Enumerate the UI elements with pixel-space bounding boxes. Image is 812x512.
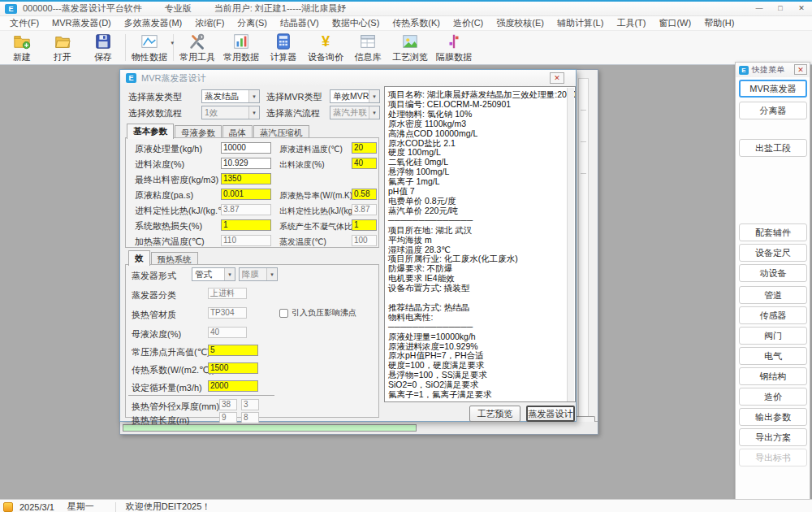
quick-menu-button-MVR蒸发器[interactable]: MVR蒸发器 [739, 80, 807, 98]
menu-item-帮助(H)[interactable]: 帮助(H) [698, 17, 741, 29]
calculator-icon [274, 33, 292, 50]
menu-item-文件(F)[interactable]: 文件(F) [3, 17, 45, 29]
param-field[interactable]: 1 [221, 219, 271, 231]
mother-liquor-conc-field[interactable]: 40 [208, 327, 247, 338]
param-field[interactable]: 1 [352, 219, 377, 231]
selector-combo-选择蒸发类型[interactable]: 蒸发结晶▾ [201, 89, 260, 103]
param-label: 进料浓度(%) [135, 158, 184, 171]
toolbar-button-常用工具[interactable]: 常用工具 [175, 31, 219, 64]
toolbar-button-label: 物性数据 [132, 51, 167, 63]
close-button[interactable]: ✕ [791, 2, 812, 15]
quick-menu-button-钢结构[interactable]: 钢结构 [739, 367, 807, 385]
toolbar-button-新建[interactable]: 新建 [2, 31, 42, 64]
menu-item-工具(T)[interactable]: 工具(T) [610, 17, 652, 29]
toolbar-button-label: 工艺浏览 [392, 51, 428, 63]
selector-combo-选择蒸汽流程[interactable]: 蒸汽并联▾ [330, 106, 380, 119]
param-field[interactable]: 3.87 [352, 204, 377, 215]
combo-value: 蒸发结晶 [205, 91, 248, 102]
dialog-title-bar: E MVR蒸发器设计 [120, 70, 576, 86]
chevron-down-icon: ▾ [369, 90, 379, 102]
process-preview-button[interactable]: 工艺预览 [469, 406, 520, 422]
quick-menu-button-传感器[interactable]: 传感器 [739, 306, 807, 324]
circulation-volume-label: 设定循环量(m3/h) [132, 382, 202, 394]
evaporator-design-button[interactable]: 蒸发器设计 [526, 406, 575, 422]
menu-item-浓缩(F)[interactable]: 浓缩(F) [188, 17, 231, 29]
toolbar-button-隔膜数据[interactable]: 隔膜数据 [432, 31, 476, 64]
quick-menu-title: 快捷菜单 [752, 64, 784, 76]
toolbar-button-物性数据[interactable]: ▾物性数据 [127, 31, 171, 64]
boiling-point-rise-field[interactable]: 5 [208, 345, 258, 356]
window-controls: — □ ✕ [749, 2, 812, 15]
param-field[interactable]: 10000 [221, 142, 271, 154]
evaporator-class-label: 蒸发器分类 [132, 289, 176, 302]
dropdown-caret-icon[interactable]: ▾ [171, 40, 174, 46]
minimize-button[interactable]: — [749, 2, 770, 15]
tube-od-field[interactable]: 38 [219, 399, 237, 410]
param-label: 蒸发温度(℃) [279, 236, 326, 248]
menu-item-多效蒸发器(M)[interactable]: 多效蒸发器(M) [118, 17, 189, 29]
tube-thickness-field[interactable]: 3 [241, 399, 259, 410]
quick-menu-logo-icon: E [739, 66, 749, 75]
toolbar-button-保存[interactable]: 保存 [83, 31, 123, 64]
dialog-close-button[interactable]: ✕ [550, 72, 564, 84]
quick-menu-close-button[interactable]: ✕ [794, 64, 807, 75]
menu-item-强度校核(E)[interactable]: 强度校核(E) [490, 17, 551, 29]
heat-transfer-coeff-field[interactable]: 1500 [208, 362, 258, 374]
menu-item-辅助计算(L)[interactable]: 辅助计算(L) [551, 17, 610, 29]
tab-基本参数[interactable]: 基本参数 [127, 124, 174, 139]
maximize-button[interactable]: □ [770, 2, 791, 15]
toolbar-button-设备询价[interactable]: ¥设备询价 [304, 31, 348, 64]
toolbar-button-打开[interactable]: 打开 [42, 31, 83, 64]
evaporator-form-combo[interactable]: 管式▾ [192, 267, 235, 281]
param-field[interactable]: 1350 [221, 173, 271, 184]
param-field[interactable]: 3.87 [221, 204, 271, 215]
effect-tab-效[interactable]: 效 [128, 250, 150, 266]
quick-menu-button-配套辅件[interactable]: 配套辅件 [739, 223, 807, 241]
film-type-combo[interactable]: 降膜▾ [239, 267, 278, 281]
tube-length-field2[interactable]: 8 [241, 412, 259, 423]
param-field[interactable]: 20 [352, 142, 377, 154]
app-logo-icon: E [5, 4, 17, 14]
circulation-volume-field[interactable]: 2000 [208, 380, 258, 392]
param-field[interactable]: 40 [352, 158, 377, 169]
menu-item-结晶器(V)[interactable]: 结晶器(V) [274, 17, 326, 29]
chevron-down-icon: ▾ [266, 268, 277, 280]
save-icon [94, 33, 112, 50]
summary-scrollbar[interactable] [567, 88, 574, 402]
quick-menu-button-阀门[interactable]: 阀门 [739, 327, 807, 345]
quick-menu-button-分离器[interactable]: 分离器 [739, 102, 807, 119]
menu-item-窗口(W)[interactable]: 窗口(W) [652, 17, 698, 29]
param-field[interactable]: 10.929 [221, 158, 271, 169]
menu-item-分离(S)[interactable]: 分离(S) [231, 17, 274, 29]
param-field[interactable]: 0.001 [221, 189, 271, 200]
tube-length-field[interactable]: 9 [219, 412, 237, 423]
toolbar-button-工艺浏览[interactable]: 工艺浏览 [388, 31, 432, 64]
param-field[interactable]: 100 [352, 235, 377, 246]
quick-menu-button-输出参数[interactable]: 输出参数 [739, 408, 807, 426]
summary-line: 蒸汽单价 220元/吨 [388, 206, 565, 216]
svg-text:¥: ¥ [322, 33, 330, 50]
chevron-down-icon: ▾ [224, 268, 235, 280]
quick-menu-button-设备定尺[interactable]: 设备定尺 [739, 244, 807, 262]
quick-menu-button-造价[interactable]: 造价 [739, 388, 807, 406]
selector-combo-选择MVR类型[interactable]: 单效MVR▾ [330, 89, 380, 103]
menu-item-MVR蒸发器(D)[interactable]: MVR蒸发器(D) [45, 17, 118, 29]
menu-item-数据中心(S)[interactable]: 数据中心(S) [326, 17, 387, 29]
background-window-scrollbar[interactable] [578, 78, 589, 419]
quick-menu-button-管道[interactable]: 管道 [739, 286, 807, 304]
toolbar-button-计算器[interactable]: 计算器 [263, 31, 304, 64]
checkbox-box-icon[interactable] [279, 309, 288, 318]
selector-combo-选择效数流程[interactable]: 1效▾ [201, 106, 260, 119]
quick-menu-button-出盐工段[interactable]: 出盐工段 [739, 139, 807, 157]
vacuum-effect-checkbox[interactable]: 引入负压影响沸点 [279, 307, 356, 319]
quick-menu-button-电气[interactable]: 电气 [739, 347, 807, 365]
quick-menu-button-动设备[interactable]: 动设备 [739, 264, 807, 282]
menu-item-传热系数(K)[interactable]: 传热系数(K) [386, 17, 447, 29]
quick-menu-button-导出方案[interactable]: 导出方案 [739, 428, 807, 446]
project-summary-textarea[interactable]: 项目名称: 湖北康晨妤蒸发结晶加三效处理量:2000kg/h项目编号: CEI.… [384, 86, 576, 402]
param-field[interactable]: 110 [221, 235, 271, 246]
toolbar-button-信息库[interactable]: 信息库 [348, 31, 388, 64]
param-field[interactable]: 0.58 [352, 189, 377, 200]
menu-item-造价(C)[interactable]: 造价(C) [447, 17, 490, 29]
toolbar-button-常用数据[interactable]: 常用数据 [219, 31, 263, 64]
